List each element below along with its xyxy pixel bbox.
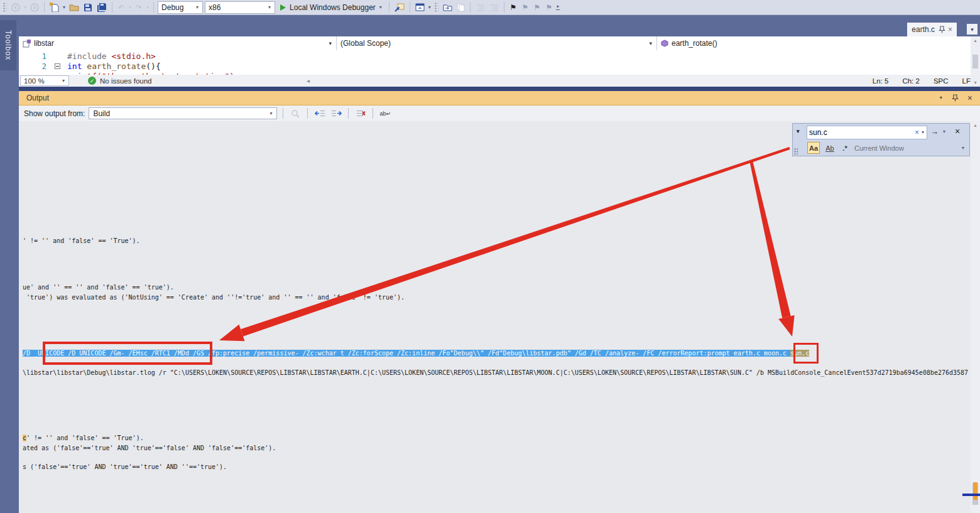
clear-search-icon[interactable]: × (915, 128, 919, 137)
pin-icon[interactable] (939, 26, 945, 34)
scroll-up-icon[interactable]: ▴ (971, 122, 980, 128)
solution-config-combobox[interactable]: Debug ▾ (158, 1, 203, 14)
separator (504, 2, 504, 13)
play-icon (280, 4, 286, 11)
zoom-combobox[interactable]: 100 % ▾ (20, 75, 69, 86)
save-button[interactable] (82, 1, 94, 14)
tab-label: earth.c (912, 25, 935, 34)
copy-button[interactable] (455, 1, 466, 14)
collapse-region-icon[interactable] (55, 63, 60, 69)
editor-navigation-bar: libstar ▾ (Global Scope) ▾ earth_rotate(… (19, 36, 980, 50)
match-whole-word-toggle[interactable]: Ab (824, 142, 836, 154)
find-input-box[interactable]: × ▾ (807, 126, 927, 139)
redo-button[interactable]: ↷ (134, 1, 144, 14)
panel-splitter[interactable] (19, 87, 980, 91)
start-debugging-button[interactable]: Local Windows Debugger ▾ (277, 1, 385, 14)
navigate-forward-button[interactable] (29, 1, 40, 14)
undo-button[interactable]: ↶ (116, 1, 126, 14)
find-input[interactable] (809, 128, 913, 137)
next-bookmark-button[interactable]: ⚑ (532, 1, 542, 14)
platform-dropdown-icon: ▾ (268, 5, 271, 10)
output-title: Output (26, 94, 49, 102)
attach-to-process-button[interactable] (393, 1, 406, 14)
navigate-back-icon (11, 3, 20, 12)
resize-grip[interactable] (794, 148, 798, 154)
decrease-indent-button[interactable] (474, 1, 486, 14)
previous-bookmark-button[interactable]: ⚑ (520, 1, 530, 14)
project-dropdown[interactable]: libstar ▾ (19, 36, 337, 50)
navigate-to-file-button[interactable] (442, 1, 454, 14)
horizontal-scroll-left-icon[interactable]: ◂ (307, 77, 310, 84)
tab-earth-c[interactable]: earth.c × (907, 23, 957, 36)
scroll-down-icon[interactable]: ▾ (974, 80, 976, 85)
close-find-icon[interactable]: × (955, 126, 960, 136)
toggle-bookmark-button[interactable]: ⚑ (508, 1, 518, 14)
new-file-button[interactable] (48, 1, 60, 14)
chevron-down-icon: ▾ (62, 78, 65, 84)
preprocessor-directive: #include (67, 51, 111, 61)
find-next-button[interactable]: → (930, 127, 939, 136)
open-file-button[interactable] (68, 1, 80, 14)
find-message-button[interactable] (289, 107, 302, 120)
expand-find-icon[interactable]: ▾ (797, 128, 800, 134)
output-line: ' != '' and 'false' == 'True'). (23, 237, 140, 246)
solution-explorer-dropdown[interactable]: ▾ (428, 5, 432, 10)
output-source-combobox[interactable]: Build ▾ (89, 107, 277, 119)
undo-dropdown[interactable]: ▾ (128, 5, 132, 10)
platform-combobox[interactable]: x86 ▾ (205, 1, 275, 14)
solution-explorer-button[interactable] (414, 1, 426, 14)
search-history-dropdown-icon[interactable]: ▾ (921, 130, 925, 135)
output-line: \libstar\libstar\Debug\libstar.tlog /r "… (23, 369, 968, 377)
clear-all-button[interactable] (354, 107, 367, 120)
scrollbar-thumb[interactable] (972, 55, 978, 68)
status-encoding[interactable]: SPC (934, 77, 949, 85)
code-editor[interactable]: 1 #include <stdio.h> 2 int earth_rotate(… (19, 50, 980, 75)
next-message-button[interactable] (330, 107, 342, 120)
search-scope-dropdown[interactable]: Current Window (854, 142, 904, 154)
status-column[interactable]: Ch: 2 (902, 77, 920, 85)
clear-bookmarks-button[interactable]: ⚑ (544, 1, 554, 14)
tab-list-dropdown-button[interactable]: ▾ (967, 24, 977, 35)
annotation-box-sun-c (793, 343, 819, 364)
output-title-bar[interactable]: Output ▾ × (19, 91, 980, 105)
status-eol[interactable]: LF (962, 77, 971, 85)
close-panel-icon[interactable]: × (967, 93, 972, 103)
scope-dropdown[interactable]: (Global Scope) ▾ (337, 36, 657, 50)
output-vertical-scrollbar[interactable]: ▴ (971, 121, 980, 513)
increase-indent-button[interactable] (488, 1, 500, 14)
navigate-back-button[interactable] (10, 1, 21, 14)
find-next-dropdown-icon[interactable]: ▾ (942, 129, 946, 134)
navigate-back-dropdown[interactable]: ▾ (23, 5, 27, 10)
redo-dropdown[interactable]: ▾ (146, 5, 150, 10)
window-position-dropdown-icon[interactable]: ▾ (939, 95, 943, 100)
include-path: <stdio.h> (111, 51, 155, 61)
toggle-word-wrap-button[interactable]: ab↵ (379, 107, 391, 120)
toolbar-overflow-button[interactable]: ▾ (556, 4, 560, 10)
separator (470, 2, 471, 13)
pin-icon[interactable] (952, 94, 959, 102)
annotation-box-flags (43, 342, 212, 365)
toolbox-panel-tab[interactable]: Toolbox (0, 20, 16, 70)
close-tab-icon[interactable]: × (948, 25, 952, 34)
new-file-dropdown[interactable]: ▾ (62, 5, 66, 10)
document-health-indicator[interactable]: ✓ No issues found (88, 77, 151, 85)
status-line[interactable]: Ln: 5 (873, 77, 889, 85)
match-case-toggle[interactable]: Aa (807, 142, 820, 154)
fold-column[interactable] (53, 63, 62, 69)
output-line: s ('false'=='true' AND 'true'=='true' AN… (23, 463, 227, 472)
solution-config-dropdown-icon: ▾ (195, 5, 199, 10)
toolbar-grip[interactable] (3, 3, 7, 13)
chevron-down-icon: ▾ (328, 41, 332, 46)
previous-message-button[interactable] (313, 107, 326, 120)
use-regex-toggle[interactable]: .* (839, 142, 851, 154)
start-debugging-dropdown[interactable]: ▾ (379, 5, 383, 10)
save-all-button[interactable] (95, 1, 108, 14)
output-log[interactable]: ' != '' and 'false' == 'True'). ue' and … (19, 121, 971, 513)
chevron-down-icon[interactable]: ▾ (962, 145, 964, 151)
toolbar-grip[interactable] (435, 3, 438, 13)
separator (410, 2, 410, 13)
editor-vertical-scrollbar[interactable]: ▴ ▾ (971, 36, 980, 87)
member-dropdown[interactable]: earth_rotate() ▾ (657, 36, 980, 50)
code-text: #include <stdio.h> (67, 51, 156, 61)
scroll-up-icon[interactable]: ▴ (974, 38, 976, 43)
